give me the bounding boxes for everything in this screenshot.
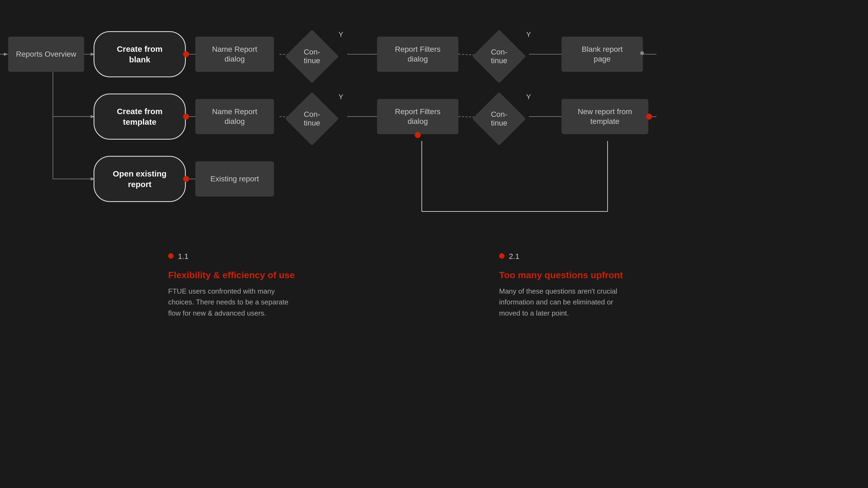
create-from-template-node[interactable]: Create fromtemplate: [94, 94, 186, 140]
diagram-area: Reports Overview Create fromblank Name R…: [0, 16, 868, 260]
annotation-1-number: 1.1: [178, 252, 188, 261]
name-report-1-label: Name Reportdialog: [212, 44, 257, 64]
red-dot-blank: [640, 51, 644, 55]
continue-diamond-1: Con-tinue: [290, 35, 334, 78]
annotation-1-title: Flexibility & efficiency of use: [168, 269, 299, 281]
red-dot-2: [183, 113, 189, 120]
name-report-1-node: Name Reportdialog: [195, 37, 274, 72]
continue-diamond-2: Con-tinue: [477, 35, 521, 78]
reports-overview-node: Reports Overview: [8, 37, 84, 72]
create-from-template-label: Create fromtemplate: [117, 106, 162, 127]
annotation-2-title: Too many questions upfront: [499, 269, 629, 281]
new-report-template-node: New report fromtemplate: [561, 99, 648, 134]
existing-report-label: Existing report: [211, 174, 259, 184]
name-report-2-label: Name Reportdialog: [212, 107, 257, 127]
continue-diamond-3-label: Con-tinue: [304, 110, 320, 127]
y-label-3: Y: [339, 93, 343, 101]
continue-diamond-4: Con-tinue: [477, 97, 521, 140]
create-from-blank-label: Create fromblank: [117, 44, 162, 65]
name-report-2-node: Name Reportdialog: [195, 99, 274, 134]
y-label-2: Y: [526, 30, 531, 39]
continue-diamond-2-label: Con-tinue: [491, 48, 507, 65]
create-from-blank-node[interactable]: Create fromblank: [94, 31, 186, 77]
annotation-1-dot: [168, 253, 174, 259]
open-existing-label: Open existingreport: [113, 168, 166, 190]
report-filters-1-node: Report Filtersdialog: [377, 37, 458, 72]
continue-diamond-1-label: Con-tinue: [304, 48, 320, 65]
annotation-area: 1.1 Flexibility & efficiency of use FTUE…: [0, 244, 868, 255]
blank-report-node: Blank reportpage: [561, 37, 643, 72]
red-dot-filters-2: [415, 132, 421, 138]
red-dot-new-report: [646, 113, 652, 120]
report-filters-2-node: Report Filtersdialog: [377, 99, 458, 134]
open-existing-node[interactable]: Open existingreport: [94, 156, 186, 202]
red-dot-1: [183, 51, 189, 57]
annotation-2-dot: [499, 253, 504, 259]
continue-diamond-4-label: Con-tinue: [491, 110, 507, 127]
continue-diamond-3: Con-tinue: [290, 97, 334, 140]
annotation-2-body: Many of these questions aren't crucial i…: [499, 286, 629, 319]
report-filters-2-label: Report Filtersdialog: [395, 107, 440, 127]
red-dot-3: [183, 176, 189, 182]
y-label-4: Y: [526, 93, 531, 101]
annotation-1: 1.1 Flexibility & efficiency of use FTUE…: [168, 252, 299, 319]
new-report-template-label: New report fromtemplate: [578, 107, 632, 127]
blank-report-label: Blank reportpage: [582, 44, 623, 64]
annotation-1-body: FTUE users confronted with many choices.…: [168, 286, 299, 319]
reports-overview-label: Reports Overview: [16, 50, 76, 59]
report-filters-1-label: Report Filtersdialog: [395, 44, 440, 64]
existing-report-node: Existing report: [195, 161, 274, 197]
y-label-1: Y: [339, 30, 343, 39]
annotation-2-number: 2.1: [509, 252, 520, 261]
annotation-2: 2.1 Too many questions upfront Many of t…: [499, 252, 629, 319]
